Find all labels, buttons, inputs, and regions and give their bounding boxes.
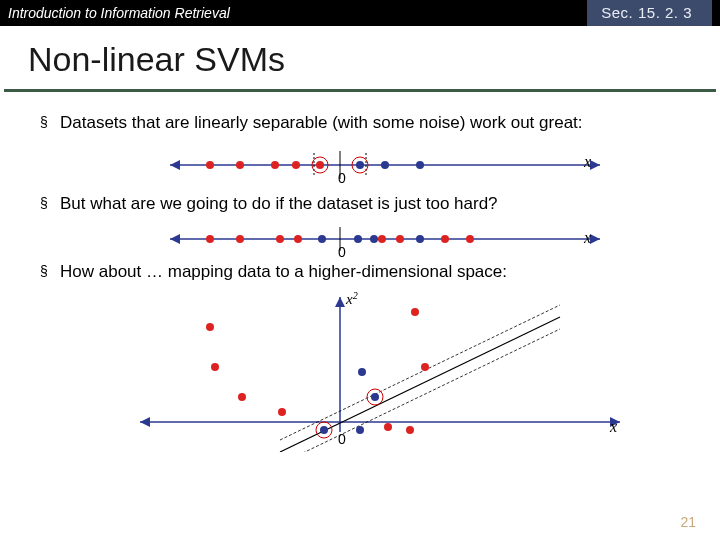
svg-point-48 [356, 426, 364, 434]
svg-point-42 [238, 393, 246, 401]
top-bar: Introduction to Information Retrieval Se… [0, 0, 720, 26]
x-label: x [583, 229, 591, 246]
svg-point-29 [354, 235, 362, 243]
x2-label: x2 [345, 292, 358, 307]
svg-point-6 [206, 161, 214, 169]
svg-point-20 [206, 235, 214, 243]
figure-separable-1d: 0 x [40, 143, 660, 187]
zero-label: 0 [338, 244, 346, 260]
svg-point-10 [316, 161, 324, 169]
svg-point-43 [278, 408, 286, 416]
svg-marker-34 [140, 417, 150, 427]
section-label: Sec. 15. 2. 3 [587, 0, 712, 26]
svg-line-38 [280, 305, 560, 440]
svg-point-9 [292, 161, 300, 169]
svg-marker-17 [590, 234, 600, 244]
svg-point-24 [378, 235, 386, 243]
bullet-text: How about … mapping data to a higher-dim… [60, 261, 507, 282]
course-title: Introduction to Information Retrieval [8, 5, 230, 21]
svg-point-12 [381, 161, 389, 169]
svg-point-30 [370, 235, 378, 243]
svg-point-27 [466, 235, 474, 243]
svg-point-41 [211, 363, 219, 371]
svg-marker-2 [170, 160, 180, 170]
svg-point-26 [441, 235, 449, 243]
svg-point-50 [320, 426, 328, 434]
svg-point-28 [318, 235, 326, 243]
svg-point-13 [416, 161, 424, 169]
svg-point-47 [406, 426, 414, 434]
svg-point-8 [271, 161, 279, 169]
bullet-mark: § [40, 261, 60, 282]
slide-title: Non-linear SVMs [28, 40, 692, 79]
svg-point-23 [294, 235, 302, 243]
svg-point-14 [356, 161, 364, 169]
svg-point-31 [416, 235, 424, 243]
figure-2d-mapping: 0 x x2 [40, 292, 680, 452]
svg-point-46 [384, 423, 392, 431]
content-area: § Datasets that are linearly separable (… [0, 92, 720, 452]
svg-point-52 [371, 393, 379, 401]
title-area: Non-linear SVMs [0, 26, 720, 85]
svg-point-25 [396, 235, 404, 243]
svg-point-44 [411, 308, 419, 316]
zero-label: 0 [338, 431, 346, 447]
svg-point-49 [358, 368, 366, 376]
svg-point-45 [421, 363, 429, 371]
svg-marker-36 [335, 297, 345, 307]
bullet-text: But what are we going to do if the datas… [60, 193, 498, 214]
svg-point-22 [276, 235, 284, 243]
x-label: x [609, 418, 617, 435]
x-label: x [583, 153, 591, 170]
figure-nonseparable-1d: 0 x [40, 225, 660, 261]
svg-marker-18 [170, 234, 180, 244]
bullet-3: § How about … mapping data to a higher-d… [40, 261, 692, 282]
svg-marker-1 [590, 160, 600, 170]
svg-point-21 [236, 235, 244, 243]
page-number: 21 [680, 514, 696, 530]
svg-point-40 [206, 323, 214, 331]
bullet-1: § Datasets that are linearly separable (… [40, 112, 692, 133]
bullet-mark: § [40, 193, 60, 214]
zero-label: 0 [338, 170, 346, 186]
bullet-text: Datasets that are linearly separable (wi… [60, 112, 583, 133]
bullet-mark: § [40, 112, 60, 133]
svg-point-7 [236, 161, 244, 169]
svg-line-39 [280, 329, 560, 452]
bullet-2: § But what are we going to do if the dat… [40, 193, 692, 214]
